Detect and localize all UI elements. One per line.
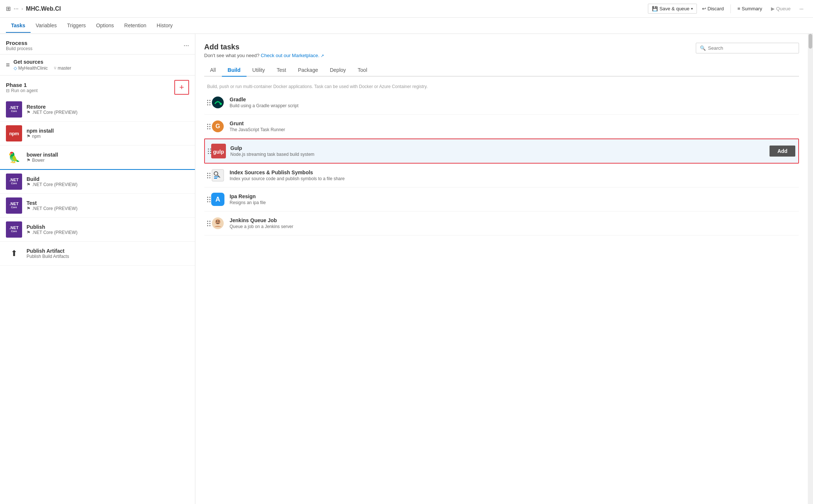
get-sources-info: Get sources ◇ MyHealthClinic ⑂ master <box>14 59 71 71</box>
flag-icon: ⚑ <box>27 110 31 115</box>
gradle-desc: Build using a Gradle wrapper script <box>230 103 796 108</box>
task-build-info: Build ⚑ .NET Core (PREVIEW) <box>27 176 77 187</box>
gradle-name: Gradle <box>230 97 796 102</box>
drag-handle-jenkins <box>207 221 210 226</box>
marketplace-link[interactable]: Check out our Marketplace. ↗ <box>261 53 324 58</box>
task-item-bower[interactable]: 🦜 bower install ⚑ Bower <box>0 146 195 170</box>
save-icon: 💾 <box>652 6 658 11</box>
right-panel: Add tasks Don't see what you need? Check… <box>195 34 808 504</box>
phase-info: Phase 1 ⊟ Run on agent <box>6 82 38 93</box>
tab-tasks[interactable]: Tasks <box>6 19 31 33</box>
task-row-gradle[interactable]: Gradle Build using a Gradle wrapper scri… <box>204 91 799 115</box>
svg-point-0 <box>212 97 224 108</box>
task-publish-info: Publish ⚑ .NET Core (PREVIEW) <box>27 224 77 235</box>
tab-variables[interactable]: Variables <box>31 19 62 33</box>
task-item-publish-artifact[interactable]: ⬆ Publish Artifact Publish Build Artifac… <box>0 242 195 266</box>
svg-text:gulp: gulp <box>213 149 224 155</box>
header-left: ⊞ ··· › MHC.Web.CI <box>6 5 61 12</box>
branch-icon: ⑂ <box>54 66 56 71</box>
repo-name: MyHealthClinic <box>18 66 48 71</box>
discard-button[interactable]: ↩ Discard <box>698 4 727 13</box>
summary-icon: ≡ <box>737 6 740 11</box>
gulp-desc: Node.js streaming task based build syste… <box>230 152 770 157</box>
tab-triggers[interactable]: Triggers <box>62 19 91 33</box>
drag-handle-index <box>207 173 210 178</box>
flag-icon-build: ⚑ <box>27 182 31 187</box>
filter-tab-deploy[interactable]: Deploy <box>324 64 352 77</box>
task-row-jenkins[interactable]: Jenkins Queue Job Queue a job on a Jenki… <box>204 211 799 235</box>
svg-text:A: A <box>216 196 220 203</box>
queue-icon: ▶ <box>771 6 775 11</box>
tab-options[interactable]: Options <box>91 19 119 33</box>
bower-badge: 🦜 <box>6 149 22 165</box>
task-row-grunt[interactable]: G Grunt The JavaScript Task Runner <box>204 115 799 139</box>
npm-badge: npm <box>6 125 22 141</box>
gulp-add-button[interactable]: Add <box>770 146 795 157</box>
task-list: Gradle Build using a Gradle wrapper scri… <box>204 91 799 235</box>
more-options-button[interactable]: ··· <box>796 4 807 13</box>
tab-history[interactable]: History <box>151 19 178 33</box>
queue-button[interactable]: ▶ Queue <box>767 4 794 13</box>
gradle-info: Gradle Build using a Gradle wrapper scri… <box>230 97 796 108</box>
task-row-gulp[interactable]: gulp Gulp Node.js streaming task based b… <box>204 139 799 164</box>
flag-icon-bower: ⚑ <box>27 158 31 163</box>
drag-handle-ipa <box>207 197 210 202</box>
filter-tab-package[interactable]: Package <box>292 64 324 77</box>
phase-title: Phase 1 <box>6 82 38 88</box>
task-restore-name: Restore <box>27 104 77 110</box>
branch-name: master <box>58 66 71 71</box>
svg-text:G: G <box>216 123 220 129</box>
get-sources-item[interactable]: ≡ Get sources ◇ MyHealthClinic ⑂ master <box>0 55 195 76</box>
grunt-name: Grunt <box>230 120 796 126</box>
summary-button[interactable]: ≡ Summary <box>734 4 766 13</box>
dotnet-badge-publish: .NET Core <box>6 221 22 238</box>
task-row-index-sources[interactable]: Index Sources & Publish Symbols Index yo… <box>204 164 799 188</box>
gradle-icon <box>210 95 225 110</box>
breadcrumb-dots[interactable]: ··· <box>14 6 18 12</box>
task-build-meta: ⚑ .NET Core (PREVIEW) <box>27 182 77 187</box>
scrollbar-track[interactable] <box>808 34 813 504</box>
phase-header: Phase 1 ⊟ Run on agent + <box>0 76 195 98</box>
tab-retention[interactable]: Retention <box>119 19 151 33</box>
repo-info: ◇ MyHealthClinic <box>14 66 48 71</box>
main-layout: Process Build process ··· ≡ Get sources … <box>0 34 813 504</box>
ipa-resign-icon: A <box>210 192 225 207</box>
process-title: Process <box>6 40 32 46</box>
page-title: MHC.Web.CI <box>26 6 61 12</box>
agent-icon: ⊟ <box>6 88 10 93</box>
search-input[interactable] <box>708 45 795 51</box>
header-divider <box>730 4 731 13</box>
scrollbar-thumb[interactable] <box>809 34 812 49</box>
filter-tab-tool[interactable]: Tool <box>352 64 373 77</box>
filter-tab-build[interactable]: Build <box>222 64 247 77</box>
add-tasks-subtitle: Don't see what you need? Check out our M… <box>204 53 324 58</box>
task-bower-meta: ⚑ Bower <box>27 158 58 163</box>
dotnet-badge-test: .NET Core <box>6 197 22 214</box>
filter-tab-all[interactable]: All <box>204 64 222 77</box>
process-info: Process Build process <box>6 40 32 51</box>
task-item-test[interactable]: .NET Core Test ⚑ .NET Core (PREVIEW) <box>0 194 195 218</box>
task-item-restore[interactable]: .NET Core Restore ⚑ .NET Core (PREVIEW) <box>0 98 195 122</box>
nav-tabs: Tasks Variables Triggers Options Retenti… <box>0 18 813 34</box>
add-phase-button[interactable]: + <box>174 80 189 95</box>
top-header: ⊞ ··· › MHC.Web.CI 💾 Save & queue ▾ ↩ Di… <box>0 0 813 18</box>
jenkins-info: Jenkins Queue Job Queue a job on a Jenki… <box>230 217 796 229</box>
task-npm-name: npm install <box>27 128 54 134</box>
task-npm-meta: ⚑ npm <box>27 134 54 139</box>
get-sources-meta: ◇ MyHealthClinic ⑂ master <box>14 66 71 71</box>
task-item-npm[interactable]: npm npm install ⚑ npm <box>0 122 195 146</box>
save-queue-button[interactable]: 💾 Save & queue ▾ <box>648 4 697 14</box>
task-bower-info: bower install ⚑ Bower <box>27 152 58 163</box>
svg-point-16 <box>219 221 220 222</box>
index-sources-info: Index Sources & Publish Symbols Index yo… <box>230 169 796 181</box>
left-panel: Process Build process ··· ≡ Get sources … <box>0 34 195 504</box>
svg-point-1 <box>220 103 222 105</box>
task-item-publish[interactable]: .NET Core Publish ⚑ .NET Core (PREVIEW) <box>0 218 195 242</box>
filter-tab-utility[interactable]: Utility <box>247 64 271 77</box>
task-item-build[interactable]: .NET Core Build ⚑ .NET Core (PREVIEW) <box>0 170 195 194</box>
task-row-ipa-resign[interactable]: A Ipa Resign Resigns an ipa file <box>204 188 799 211</box>
get-sources-title: Get sources <box>14 59 71 65</box>
process-more-button[interactable]: ··· <box>184 42 189 49</box>
task-bower-name: bower install <box>27 152 58 158</box>
filter-tab-test[interactable]: Test <box>271 64 292 77</box>
